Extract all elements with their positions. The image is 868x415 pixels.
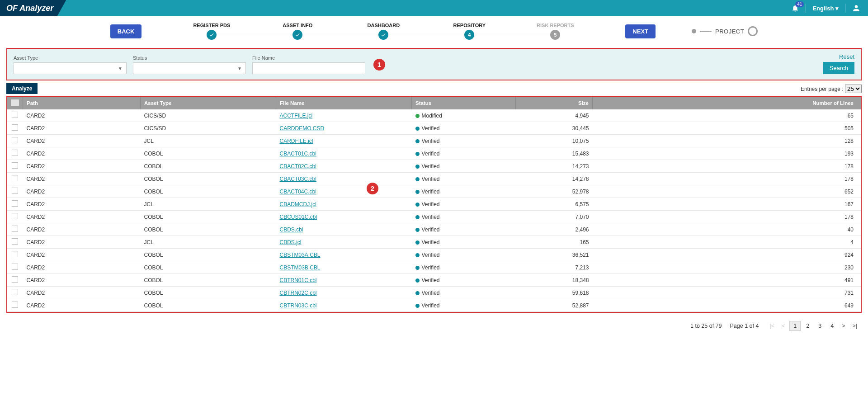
step-dashboard[interactable]: DASHBOARD xyxy=(340,23,426,40)
file-name-filter: File Name xyxy=(252,55,365,74)
caret-down-icon: ▼ xyxy=(118,66,123,71)
cell-file-name: CBACT01C.cbl xyxy=(276,147,412,160)
file-link[interactable]: ACCTFILE.jcl xyxy=(280,113,313,119)
checkbox-icon xyxy=(12,150,18,156)
header-size[interactable]: Size xyxy=(516,97,593,109)
asset-type-dropdown[interactable]: ▼ xyxy=(14,62,127,74)
back-button[interactable]: BACK xyxy=(110,24,142,38)
row-checkbox-cell[interactable] xyxy=(7,249,23,261)
cell-status: Verified xyxy=(412,236,516,249)
file-link[interactable]: CBACT03C.cbl xyxy=(280,176,316,182)
checkbox-icon xyxy=(12,124,18,131)
step-label: REPOSITORY xyxy=(426,23,512,28)
file-link[interactable]: CBACT04C.cbl xyxy=(280,189,316,195)
language-selector[interactable]: English ▾ xyxy=(812,5,839,12)
file-link[interactable]: CBTRN03C.cbl xyxy=(280,302,317,309)
file-link[interactable]: CBSTM03A.CBL xyxy=(280,252,321,258)
checkbox-icon xyxy=(11,99,19,106)
row-checkbox-cell[interactable] xyxy=(7,223,23,236)
last-page-button[interactable]: >| xyxy=(849,321,860,330)
checkbox-icon xyxy=(12,112,18,118)
asset-type-label: Asset Type xyxy=(14,55,127,61)
file-link[interactable]: CBACT01C.cbl xyxy=(280,151,316,157)
step-label: REGISTER PDS xyxy=(169,23,255,28)
row-checkbox-cell[interactable] xyxy=(7,274,23,287)
step-risk-reports[interactable]: RISK REPORTS 5 xyxy=(512,23,598,40)
status-dot-icon xyxy=(415,215,420,219)
cell-lines: 128 xyxy=(593,135,861,147)
cell-status: Verified xyxy=(412,135,516,147)
header-path[interactable]: Path xyxy=(23,97,141,109)
annotation-callout-1: 1 xyxy=(373,59,385,71)
file-link[interactable]: CARDFILE.jcl xyxy=(280,138,313,144)
page-2[interactable]: 2 xyxy=(802,321,813,330)
reset-link[interactable]: Reset xyxy=(823,53,854,60)
file-name-input[interactable] xyxy=(252,62,365,74)
analyze-button[interactable]: Analyze xyxy=(6,83,38,94)
file-link[interactable]: CBADMCDJ.jcl xyxy=(280,201,316,208)
file-link[interactable]: CBSTM03B.CBL xyxy=(280,264,321,271)
entries-select[interactable]: 25 xyxy=(845,85,862,93)
cell-lines: 505 xyxy=(593,122,861,135)
row-checkbox-cell[interactable] xyxy=(7,261,23,274)
cell-size: 7,070 xyxy=(516,211,593,223)
file-link[interactable]: CBCUS01C.cbl xyxy=(280,214,317,220)
step-label: DASHBOARD xyxy=(340,23,426,28)
cell-file-name: CARDDEMO.CSD xyxy=(276,122,412,135)
status-dot-icon xyxy=(415,203,420,207)
row-checkbox-cell[interactable] xyxy=(7,173,23,185)
search-button[interactable]: Search xyxy=(823,62,854,74)
step-register-pds[interactable]: REGISTER PDS xyxy=(169,23,255,40)
next-button[interactable]: NEXT xyxy=(625,24,656,38)
step-repository[interactable]: REPOSITORY 4 xyxy=(426,23,512,40)
next-page-button[interactable]: > xyxy=(839,321,848,330)
first-page-button[interactable]: |< xyxy=(767,321,777,330)
cell-path: CARD2 xyxy=(23,236,141,249)
cell-path: CARD2 xyxy=(23,299,141,312)
step-asset-info[interactable]: ASSET INFO xyxy=(255,23,340,40)
row-checkbox-cell[interactable] xyxy=(7,299,23,312)
notifications-button[interactable]: 41 xyxy=(791,4,799,12)
cell-asset-type: COBOL xyxy=(141,299,276,312)
file-link[interactable]: CBDS.cbl xyxy=(280,226,303,233)
cell-file-name: CBSTM03B.CBL xyxy=(276,261,412,274)
row-checkbox-cell[interactable] xyxy=(7,147,23,160)
file-link[interactable]: CBDS.jcl xyxy=(280,239,302,245)
cell-lines: 731 xyxy=(593,287,861,299)
row-checkbox-cell[interactable] xyxy=(7,122,23,135)
row-checkbox-cell[interactable] xyxy=(7,109,23,122)
header-file-name[interactable]: File Name xyxy=(276,97,412,109)
checkbox-icon xyxy=(12,264,18,270)
row-checkbox-cell[interactable] xyxy=(7,287,23,299)
row-checkbox-cell[interactable] xyxy=(7,236,23,249)
file-link[interactable]: CBTRN02C.cbl xyxy=(280,290,317,296)
header-lines[interactable]: Number of Lines xyxy=(593,97,861,109)
check-icon xyxy=(378,30,388,40)
file-link[interactable]: CARDDEMO.CSD xyxy=(280,125,325,132)
row-checkbox-cell[interactable] xyxy=(7,211,23,223)
user-menu-button[interactable] xyxy=(852,4,861,13)
header-status[interactable]: Status xyxy=(412,97,516,109)
cell-path: CARD2 xyxy=(23,173,141,185)
file-link[interactable]: CBACT02C.cbl xyxy=(280,163,316,170)
table-row: CARD2COBOLCBTRN01C.cblVerified18,348491 xyxy=(7,274,861,287)
row-checkbox-cell[interactable] xyxy=(7,185,23,198)
status-dropdown[interactable]: ▼ xyxy=(133,62,246,74)
checkbox-icon xyxy=(12,289,18,295)
row-checkbox-cell[interactable] xyxy=(7,135,23,147)
row-checkbox-cell[interactable] xyxy=(7,198,23,211)
cell-size: 165 xyxy=(516,236,593,249)
notification-badge: 41 xyxy=(795,1,804,7)
page-3[interactable]: 3 xyxy=(815,321,825,330)
page-indicator: Page 1 of 4 xyxy=(730,323,759,329)
checkbox-icon xyxy=(12,162,18,169)
step-number: 5 xyxy=(550,30,560,40)
prev-page-button[interactable]: < xyxy=(779,321,788,330)
page-4[interactable]: 4 xyxy=(827,321,837,330)
cell-status: Verified xyxy=(412,223,516,236)
select-all-header[interactable] xyxy=(7,97,23,109)
page-1[interactable]: 1 xyxy=(789,321,801,331)
file-link[interactable]: CBTRN01C.cbl xyxy=(280,277,317,283)
row-checkbox-cell[interactable] xyxy=(7,160,23,173)
header-asset-type[interactable]: Asset Type xyxy=(141,97,276,109)
